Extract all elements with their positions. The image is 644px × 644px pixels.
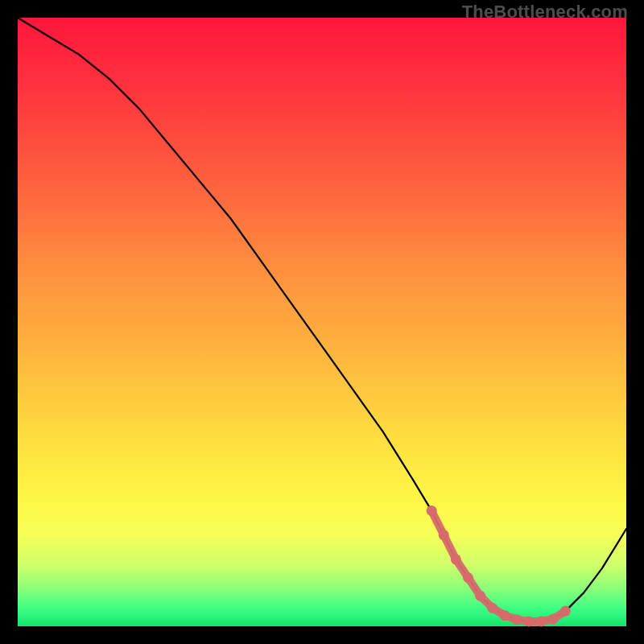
main-curve-path [18, 18, 626, 621]
curve-svg [18, 18, 626, 626]
valley-dot [536, 617, 547, 627]
valley-dot [487, 603, 497, 613]
valley-dot [560, 606, 571, 617]
valley-dot [511, 614, 522, 625]
valley-dot [463, 572, 473, 583]
valley-dot [548, 613, 559, 624]
plot-area [18, 18, 626, 626]
valley-dot [499, 610, 510, 621]
valley-dot [451, 554, 461, 564]
valley-highlight-path [431, 510, 565, 621]
valley-dot [439, 530, 449, 540]
valley-dot [524, 617, 535, 627]
valley-dot [427, 506, 437, 516]
chart-stage: TheBottleneck.com [0, 0, 644, 644]
valley-dot [475, 591, 485, 601]
watermark-text: TheBottleneck.com [462, 2, 628, 23]
